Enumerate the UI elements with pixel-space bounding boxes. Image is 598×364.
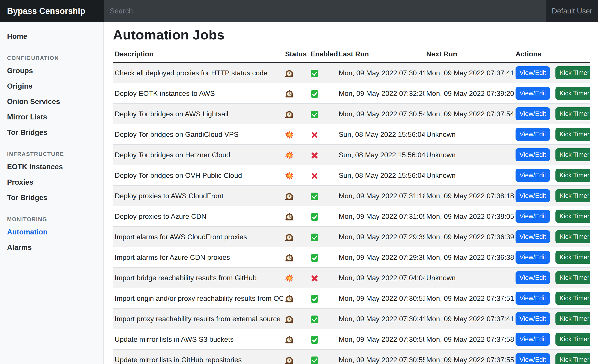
sidebar-item-tor-bridges[interactable]: Tor Bridges <box>0 190 103 205</box>
view-edit-button[interactable]: View/Edit <box>515 107 550 120</box>
search-input[interactable] <box>104 0 546 22</box>
job-description: Deploy Tor bridges on Hetzner Cloud <box>113 145 283 165</box>
kick-timer-button[interactable]: Kick Timer <box>556 210 590 223</box>
job-description: Update mirror lists in AWS S3 buckets <box>113 329 283 349</box>
job-description: Deploy Tor bridges on OVH Public Cloud <box>113 165 283 186</box>
view-edit-button[interactable]: View/Edit <box>515 148 550 161</box>
disabled-cross-icon <box>310 274 319 283</box>
view-edit-button[interactable]: View/Edit <box>515 353 550 364</box>
automation-jobs-table: DescriptionStatusEnabledLast RunNext Run… <box>113 48 590 364</box>
view-edit-button[interactable]: View/Edit <box>515 271 550 284</box>
status-scheduled-clock-icon <box>285 336 293 344</box>
column-header-last-run: Last Run <box>337 48 424 62</box>
next-run: Mon, 09 May 2022 07:37:51 <box>424 288 514 308</box>
sidebar-item-eotk-instances[interactable]: EOTK Instances <box>0 159 103 175</box>
table-row: Deploy proxies to Azure CDN Mon, 09 May … <box>113 206 590 226</box>
status-scheduled-clock-icon <box>285 69 293 78</box>
kick-timer-button[interactable]: Kick Timer <box>556 189 590 202</box>
sidebar-section: INFRASTRUCTURE EOTK InstancesProxiesTor … <box>0 151 103 205</box>
status-error-collision-icon <box>285 151 293 160</box>
next-run: Mon, 09 May 2022 07:36:38 <box>424 247 514 267</box>
user-menu[interactable]: Default User <box>552 7 592 15</box>
sidebar: Home CONFIGURATION GroupsOriginsOnion Se… <box>0 22 104 364</box>
sidebar-section: Home <box>0 29 103 44</box>
last-run: Mon, 09 May 2022 07:30:58 <box>337 329 424 349</box>
status-scheduled-clock-icon <box>285 295 293 303</box>
table-row: Import alarms for AWS CloudFront proxies… <box>113 226 590 247</box>
kick-timer-button[interactable]: Kick Timer <box>556 312 590 325</box>
table-row: Deploy Tor bridges on Hetzner Cloud Sun,… <box>113 145 590 165</box>
table-row: Import alarms for Azure CDN proxies Mon,… <box>113 247 590 267</box>
enabled-check-icon <box>310 356 319 364</box>
user-area: Default User <box>546 0 598 22</box>
table-row: Deploy proxies to AWS CloudFront Mon, 09… <box>113 186 590 206</box>
view-edit-button[interactable]: View/Edit <box>515 66 550 79</box>
kick-timer-button[interactable]: Kick Timer <box>556 251 590 264</box>
view-edit-button[interactable]: View/Edit <box>515 189 550 202</box>
last-run: Sun, 08 May 2022 15:56:04 <box>337 165 424 186</box>
table-row: Deploy EOTK instances to AWS Mon, 09 May… <box>113 83 590 104</box>
kick-timer-button[interactable]: Kick Timer <box>556 353 590 364</box>
last-run: Mon, 09 May 2022 07:30:55 <box>337 349 424 364</box>
view-edit-button[interactable]: View/Edit <box>515 333 550 346</box>
last-run: Mon, 09 May 2022 07:31:05 <box>337 206 424 226</box>
job-description: Deploy EOTK instances to AWS <box>113 83 283 104</box>
kick-timer-button[interactable]: Kick Timer <box>556 66 590 79</box>
job-description: Import bridge reachability results from … <box>113 267 283 288</box>
job-description: Deploy proxies to AWS CloudFront <box>113 186 283 206</box>
view-edit-button[interactable]: View/Edit <box>515 251 550 264</box>
sidebar-section: MONITORING AutomationAlarms <box>0 216 103 255</box>
view-edit-button[interactable]: View/Edit <box>515 292 550 305</box>
view-edit-button[interactable]: View/Edit <box>515 312 550 325</box>
sidebar-item-origins[interactable]: Origins <box>0 78 103 94</box>
kick-timer-button[interactable]: Kick Timer <box>556 107 590 120</box>
next-run: Mon, 09 May 2022 07:36:39 <box>424 226 514 247</box>
view-edit-button[interactable]: View/Edit <box>515 169 550 182</box>
sidebar-item-home[interactable]: Home <box>0 29 103 44</box>
last-run: Sun, 08 May 2022 15:56:04 <box>337 145 424 165</box>
next-run: Unknown <box>424 145 514 165</box>
job-description: Import origin and/or proxy reachability … <box>113 288 283 308</box>
status-scheduled-clock-icon <box>285 356 293 364</box>
table-row: Update mirror lists in AWS S3 buckets Mo… <box>113 329 590 349</box>
kick-timer-button[interactable]: Kick Timer <box>556 87 590 100</box>
sidebar-item-groups[interactable]: Groups <box>0 63 103 78</box>
status-error-collision-icon <box>285 274 293 283</box>
view-edit-button[interactable]: View/Edit <box>515 128 550 141</box>
view-edit-button[interactable]: View/Edit <box>515 210 550 223</box>
view-edit-button[interactable]: View/Edit <box>515 87 550 100</box>
page-title: Automation Jobs <box>113 27 590 42</box>
sidebar-item-onion-services[interactable]: Onion Services <box>0 94 103 109</box>
column-header-next-run: Next Run <box>424 48 514 62</box>
enabled-check-icon <box>310 254 319 262</box>
enabled-check-icon <box>310 336 319 344</box>
status-error-collision-icon <box>285 172 293 180</box>
kick-timer-button[interactable]: Kick Timer <box>556 271 590 284</box>
table-header-row: DescriptionStatusEnabledLast RunNext Run… <box>113 48 590 62</box>
app-brand[interactable]: Bypass Censorship <box>7 6 85 16</box>
last-run: Mon, 09 May 2022 07:31:18 <box>337 186 424 206</box>
sidebar-item-proxies[interactable]: Proxies <box>0 175 103 190</box>
table-row: Check all deployed proxies for HTTP stat… <box>113 62 590 83</box>
job-description: Update mirror lists in GitHub repositori… <box>113 349 283 364</box>
kick-timer-button[interactable]: Kick Timer <box>556 230 590 243</box>
kick-timer-button[interactable]: Kick Timer <box>556 292 590 305</box>
sidebar-heading-configuration: CONFIGURATION <box>0 55 103 61</box>
enabled-check-icon <box>310 110 319 119</box>
sidebar-item-alarms[interactable]: Alarms <box>0 240 103 255</box>
job-description: Deploy proxies to Azure CDN <box>113 206 283 226</box>
sidebar-item-automation[interactable]: Automation <box>0 224 103 240</box>
enabled-check-icon <box>310 213 319 221</box>
table-row: Update mirror lists in GitHub repositori… <box>113 349 590 364</box>
kick-timer-button[interactable]: Kick Timer <box>556 169 590 182</box>
sidebar-item-tor-bridges[interactable]: Tor Bridges <box>0 125 103 140</box>
sidebar-item-mirror-lists[interactable]: Mirror Lists <box>0 109 103 125</box>
last-run: Mon, 09 May 2022 07:30:41 <box>337 308 424 329</box>
view-edit-button[interactable]: View/Edit <box>515 230 550 243</box>
next-run: Mon, 09 May 2022 07:38:05 <box>424 206 514 226</box>
kick-timer-button[interactable]: Kick Timer <box>556 148 590 161</box>
disabled-cross-icon <box>310 172 319 180</box>
kick-timer-button[interactable]: Kick Timer <box>556 128 590 141</box>
next-run: Unknown <box>424 267 514 288</box>
kick-timer-button[interactable]: Kick Timer <box>556 333 590 346</box>
